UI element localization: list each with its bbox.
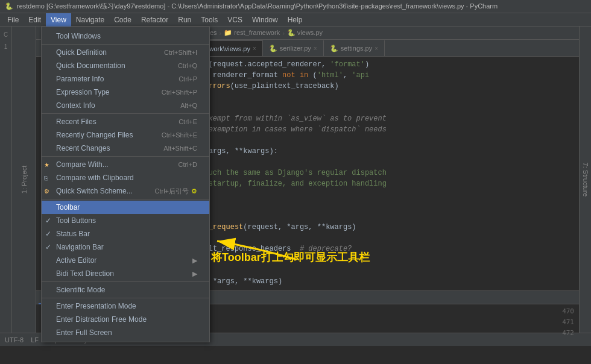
menu-navigate[interactable]: Navigate (71, 13, 109, 27)
app-icon: 🐍 (5, 2, 13, 11)
left-icon-1[interactable]: C (1, 29, 11, 40)
tab-close-serilizer[interactable]: × (314, 45, 317, 52)
menu-section-4: ★ Compare With... Ctrl+D ⎘ Compare with … (42, 157, 209, 199)
left-icon-2[interactable]: 1 (1, 41, 11, 52)
bidi-text-arrow: ▶ (192, 270, 197, 278)
tab-close-rest[interactable]: × (253, 45, 256, 52)
menu-recent-files[interactable]: Recent Files Ctrl+E (42, 115, 209, 128)
menu-section-3: Recent Files Ctrl+E Recently Changed Fil… (42, 114, 209, 157)
menu-quick-definition[interactable]: Quick Definition Ctrl+Shift+I (42, 46, 209, 59)
menu-full-screen[interactable]: Enter Full Screen (42, 326, 209, 339)
menu-refactor[interactable]: Refactor (136, 13, 173, 27)
compare-with-icon: ★ (44, 162, 49, 168)
navigation-bar-check: ✓ (45, 243, 51, 251)
menu-edit[interactable]: Edit (24, 13, 46, 27)
structure-label: 7: Structure (582, 163, 589, 197)
compare-clipboard-icon: ⎘ (44, 175, 48, 181)
tab-serilizer[interactable]: 🐍 serilizer.py × (263, 40, 324, 56)
menu-vcs[interactable]: VCS (223, 13, 247, 27)
menu-distraction-free[interactable]: Enter Distraction Free Mode (42, 313, 209, 326)
menu-compare-with[interactable]: ★ Compare With... Ctrl+D (42, 158, 209, 171)
menu-active-editor[interactable]: Active Editor ▶ (42, 254, 209, 267)
menu-navigation-bar[interactable]: ✓ Navigation Bar (42, 240, 209, 254)
menu-toolbar[interactable]: Toolbar (42, 201, 209, 214)
structure-panel: 7: Structure (579, 27, 591, 333)
menu-expression-type[interactable]: Expression Type Ctrl+Shift+P (42, 86, 209, 99)
project-panel: 1: Project (12, 27, 36, 333)
quick-switch-icon: ⚙ (44, 188, 49, 195)
menu-help[interactable]: Help (283, 13, 308, 27)
breadcrumb-views-py[interactable]: 🐍 views.py (287, 29, 323, 37)
menu-section-2: Quick Definition Ctrl+Shift+I Quick Docu… (42, 45, 209, 114)
menu-tool-buttons[interactable]: ✓ Tool Buttons (42, 214, 209, 227)
menu-section-6: Scientific Mode (42, 282, 209, 298)
menu-view[interactable]: View (46, 13, 71, 27)
status-encoding[interactable]: UTF-8 (5, 336, 24, 344)
menu-code[interactable]: Code (109, 13, 136, 27)
menu-presentation-mode[interactable]: Enter Presentation Mode (42, 300, 209, 313)
menu-parameter-info[interactable]: Parameter Info Ctrl+P (42, 72, 209, 86)
menu-status-bar[interactable]: ✓ Status Bar (42, 227, 209, 240)
menu-file[interactable]: File (2, 13, 24, 27)
project-label: 1: Project (21, 166, 28, 193)
menu-tool-windows[interactable]: Tool Windows (42, 30, 209, 43)
menu-run[interactable]: Run (173, 13, 196, 27)
left-panel-icons: C 1 (0, 27, 12, 333)
tool-buttons-check: ✓ (45, 216, 51, 225)
menu-context-info[interactable]: Context Info Alt+Q (42, 99, 209, 112)
menu-window[interactable]: Window (247, 13, 283, 27)
tab-settings[interactable]: 🐍 settings.py × (324, 40, 385, 56)
breadcrumb-rest-framework[interactable]: 📁 rest_framework (224, 29, 280, 37)
menu-quick-switch-scheme[interactable]: ⚙ Quick Switch Scheme... Ctrl+后引号 ⚙ (42, 184, 209, 198)
menu-recently-changed[interactable]: Recently Changed Files Ctrl+Shift+E (42, 128, 209, 142)
menu-bar: File Edit View Navigate Code Refactor Ru… (0, 13, 591, 27)
title-text: restdemo [G:\restframework\练习\day97\rest… (17, 2, 498, 11)
menu-tools[interactable]: Tools (196, 13, 223, 27)
menu-bidi-text[interactable]: Bidi Text Direction ▶ (42, 267, 209, 280)
menu-recent-changes[interactable]: Recent Changes Alt+Shift+C (42, 142, 209, 155)
menu-section-5: Toolbar ✓ Tool Buttons ✓ Status Bar ✓ Na… (42, 199, 209, 282)
quick-switch-badge: ⚙ (191, 187, 197, 195)
active-editor-arrow: ▶ (192, 257, 197, 265)
menu-section-1: Tool Windows (42, 28, 209, 45)
menu-section-7: Enter Presentation Mode Enter Distractio… (42, 298, 209, 340)
status-bar-check: ✓ (45, 230, 51, 238)
menu-quick-documentation[interactable]: Quick Documentation Ctrl+Q (42, 59, 209, 72)
menu-scientific-mode[interactable]: Scientific Mode (42, 283, 209, 297)
tab-close-settings[interactable]: × (375, 45, 378, 52)
menu-compare-clipboard[interactable]: ⎘ Compare with Clipboard (42, 171, 209, 184)
title-bar: 🐍 restdemo [G:\restframework\练习\day97\re… (0, 0, 591, 13)
view-menu-dropdown: Tool Windows Quick Definition Ctrl+Shift… (41, 27, 210, 342)
